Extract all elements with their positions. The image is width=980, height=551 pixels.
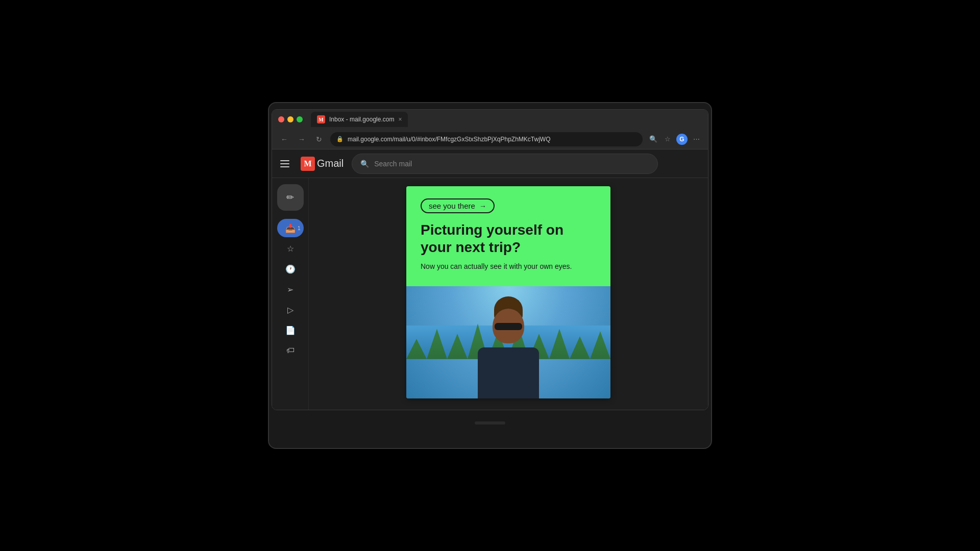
gmail-menu-button[interactable]: [280, 158, 292, 170]
gmail-text-logo: Gmail: [317, 158, 344, 169]
url-bar[interactable]: 🔒 mail.google.com/mail/u/0/#inbox/FMfcgz…: [330, 132, 643, 146]
clock-icon: 🕐: [285, 264, 296, 274]
sidebar-item-inbox[interactable]: 📥 1: [277, 219, 304, 237]
back-button[interactable]: ←: [278, 133, 290, 145]
email-ad-card: see you there → Picturing yourself on yo…: [406, 186, 610, 398]
hamburger-line: [280, 166, 289, 167]
search-icon: 🔍: [360, 160, 369, 168]
address-bar: ← → ↻ 🔒 mail.google.com/mail/u/0/#inbox/…: [272, 129, 708, 149]
gmail-m-logo: M: [301, 157, 315, 171]
sunglasses: [495, 323, 522, 330]
tab-favicon: M: [317, 115, 325, 123]
star-icon: ☆: [287, 244, 294, 254]
sidebar-item-starred[interactable]: ☆: [277, 239, 304, 258]
see-you-there-text: see you there: [429, 202, 475, 210]
traffic-lights: [278, 116, 303, 122]
hamburger-line: [280, 163, 289, 164]
inbox-badge: 1: [298, 226, 301, 231]
sidebar-item-all-mail[interactable]: 📄: [277, 321, 304, 339]
sent-icon: ➢: [287, 285, 293, 294]
gmail-search-bar[interactable]: 🔍 Search mail: [352, 154, 658, 174]
maximize-button[interactable]: [297, 116, 303, 122]
laptop-notch: [475, 421, 505, 424]
google-account-avatar[interactable]: G: [676, 134, 688, 145]
compose-icon: ✏: [286, 192, 294, 203]
minimize-button[interactable]: [287, 116, 293, 122]
browser-actions: 🔍 ☆ G ⋯: [648, 134, 702, 145]
forward-button[interactable]: →: [296, 133, 308, 145]
email-headline: Picturing yourself on your next trip?: [421, 221, 596, 256]
search-placeholder-text: Search mail: [374, 160, 412, 168]
refresh-button[interactable]: ↻: [313, 133, 325, 145]
drafts-icon: ▷: [287, 305, 293, 315]
sidebar-item-snoozed[interactable]: 🕐: [277, 260, 304, 278]
sidebar-item-spam[interactable]: 🏷: [277, 341, 304, 360]
gmail-sidebar: ✏ 📥 1 ☆ 🕐 ➢ ▷: [272, 178, 309, 410]
gmail-logo[interactable]: M Gmail: [301, 157, 344, 171]
url-text: mail.google.com/mail/u/0/#inbox/FMfcgzGx…: [348, 136, 550, 143]
sidebar-item-drafts[interactable]: ▷: [277, 300, 304, 319]
gmail-header: M Gmail 🔍 Search mail: [272, 149, 708, 178]
tab-close-button[interactable]: ×: [398, 116, 402, 123]
compose-button[interactable]: ✏: [277, 184, 304, 211]
email-card-promo-section: see you there → Picturing yourself on yo…: [406, 186, 610, 286]
person-head: [493, 309, 524, 343]
browser-search-icon[interactable]: 🔍: [648, 134, 659, 145]
see-you-there-badge[interactable]: see you there →: [421, 198, 495, 213]
inbox-icon: 📥: [285, 223, 296, 233]
browser-window: M Inbox - mail.google.com × ← → ↻ 🔒 mail…: [272, 109, 708, 410]
laptop-bottom-bar: [269, 410, 711, 436]
tab-bar: M Inbox - mail.google.com ×: [272, 110, 708, 129]
lock-icon: 🔒: [336, 136, 344, 142]
sidebar-item-sent[interactable]: ➢: [277, 280, 304, 298]
laptop-frame: M Inbox - mail.google.com × ← → ↻ 🔒 mail…: [268, 102, 712, 449]
browser-menu-icon[interactable]: ⋯: [691, 134, 702, 145]
arrow-right-icon: →: [479, 202, 486, 210]
active-tab[interactable]: M Inbox - mail.google.com ×: [311, 112, 408, 127]
person-body: [478, 347, 539, 398]
email-subtext: Now you can actually see it with your ow…: [421, 262, 596, 272]
email-card-image: [406, 286, 610, 398]
gmail-body: ✏ 📥 1 ☆ 🕐 ➢ ▷: [272, 178, 708, 410]
gmail-app: M Gmail 🔍 Search mail ✏ 📥 1: [272, 149, 708, 410]
person-figure: [468, 291, 549, 398]
gmail-main-content: see you there → Picturing yourself on yo…: [309, 178, 708, 410]
tab-title: Inbox - mail.google.com: [329, 116, 394, 123]
all-mail-icon: 📄: [285, 325, 296, 335]
spam-icon: 🏷: [286, 346, 295, 355]
close-button[interactable]: [278, 116, 284, 122]
bookmark-icon[interactable]: ☆: [662, 134, 673, 145]
hamburger-line: [280, 160, 289, 161]
